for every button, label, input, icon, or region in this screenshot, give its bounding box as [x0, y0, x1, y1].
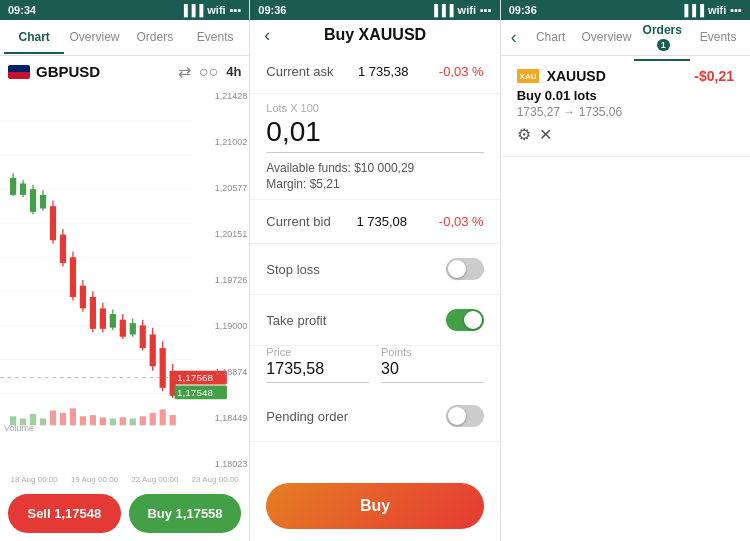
price-labels: 1,21428 1,21002 1,20577 1,20151 1,19726 … — [197, 87, 249, 473]
stop-loss-toggle[interactable] — [446, 258, 484, 280]
gbp-flag — [8, 65, 30, 79]
tab-chart-1[interactable]: Chart — [4, 22, 64, 54]
pending-order-toggle[interactable] — [446, 405, 484, 427]
price-label-3: 1,20577 — [199, 183, 247, 193]
tab-overview-1[interactable]: Overview — [64, 22, 124, 54]
current-bid-label: Current bid — [266, 214, 330, 229]
buy-back-button[interactable]: ‹ — [258, 25, 276, 46]
status-icons-2: ▐▐▐ wifi ▪▪▪ — [430, 4, 491, 16]
timeframe[interactable]: 4h — [226, 64, 241, 79]
chart-bottom-buttons: Sell 1,17548 Buy 1,17558 — [0, 486, 249, 541]
take-profit-label: Take profit — [266, 313, 326, 328]
buy-chart-button[interactable]: Buy 1,17558 — [129, 494, 242, 533]
svg-rect-48 — [60, 413, 66, 425]
stop-loss-label: Stop loss — [266, 262, 319, 277]
current-bid-section: Current bid 1 735,08 -0,03 % — [250, 200, 499, 244]
svg-rect-52 — [100, 417, 106, 425]
tab-chart-3[interactable]: Chart — [523, 22, 579, 54]
pair-name: GBPUSD — [36, 63, 100, 80]
time-3: 09:36 — [509, 4, 537, 16]
price-label-field: Price — [266, 346, 369, 358]
current-bid-value: 1 735,08 — [356, 214, 407, 229]
order-close-button[interactable]: ✕ — [539, 125, 552, 144]
margin-label: Margin: — [266, 177, 306, 191]
date-2: 19 Aug 00:00 — [71, 475, 118, 484]
signal-icon-2: ▐▐▐ — [430, 4, 453, 16]
svg-rect-51 — [90, 415, 96, 425]
stop-loss-row: Stop loss — [266, 252, 483, 286]
lots-label: Lots X 100 — [266, 102, 483, 114]
current-ask-section: Current ask 1 735,38 -0,03 % — [250, 50, 499, 94]
price-label-4: 1,20151 — [199, 229, 247, 239]
tab-events-1[interactable]: Events — [185, 22, 245, 54]
stop-loss-section: Stop loss — [250, 244, 499, 295]
xau-flag: XAU — [517, 69, 539, 83]
battery-icon-2: ▪▪▪ — [480, 4, 492, 16]
svg-rect-47 — [50, 411, 56, 426]
svg-rect-55 — [130, 419, 136, 426]
take-profit-toggle[interactable] — [446, 309, 484, 331]
order-settings-button[interactable]: ⚙ — [517, 125, 531, 144]
order-prices: 1735,27 → 1735.06 — [517, 105, 734, 119]
battery-icon-3: ▪▪▪ — [730, 4, 742, 16]
status-bar-1: 09:34 ▐▐▐ wifi ▪▪▪ — [0, 0, 249, 20]
tab-orders-3[interactable]: Orders 1 — [634, 15, 690, 61]
price-label-8: 1,18449 — [199, 413, 247, 423]
current-ask-value: 1 735,38 — [358, 64, 409, 79]
chart-header: GBPUSD ⇄ ○○ 4h — [0, 56, 249, 87]
margin-info: Margin: $5,21 — [266, 177, 483, 191]
shuffle-icon[interactable]: ⇄ — [178, 62, 191, 81]
pending-order-row: Pending order — [266, 399, 483, 433]
price-label-9: 1,18023 — [199, 459, 247, 469]
order-pair-name: XAUUSD — [547, 68, 606, 84]
status-bar-3: 09:36 ▐▐▐ wifi ▪▪▪ — [501, 0, 750, 20]
buy-title: Buy XAUUSD — [324, 26, 426, 44]
chart-area: 1,17568 1,17548 1,21428 1,21002 1,20577 … — [0, 87, 249, 473]
order-pnl: -$0,21 — [694, 68, 734, 84]
order-item-1: XAU XAUUSD -$0,21 Buy 0.01 lots 1735,27 … — [501, 56, 750, 157]
available-funds-label: Available funds: — [266, 161, 351, 175]
wifi-icon-3: wifi — [708, 4, 726, 16]
current-bid-change: -0,03 % — [439, 214, 484, 229]
svg-rect-46 — [40, 419, 46, 426]
tab-bar-3: ‹ Chart Overview Orders 1 Events — [501, 20, 750, 56]
tab-bar-1: Chart Overview Orders Events — [0, 20, 249, 56]
svg-text:XAU: XAU — [519, 72, 536, 81]
svg-rect-56 — [140, 416, 146, 425]
svg-rect-54 — [120, 417, 126, 425]
tab-events-3[interactable]: Events — [690, 22, 746, 54]
sell-button[interactable]: Sell 1,17548 — [8, 494, 121, 533]
date-4: 23 Aug 00:00 — [192, 475, 239, 484]
orders-back-button[interactable]: ‹ — [505, 27, 523, 48]
take-profit-row: Take profit — [266, 303, 483, 337]
available-funds-value: $10 000,29 — [354, 161, 414, 175]
chart-controls: ⇄ ○○ 4h — [178, 62, 242, 81]
current-ask-row: Current ask 1 735,38 -0,03 % — [266, 58, 483, 85]
svg-rect-50 — [80, 416, 86, 425]
points-value[interactable]: 30 — [381, 360, 484, 378]
volume-label: Volume — [4, 423, 34, 433]
status-icons-1: ▐▐▐ wifi ▪▪▪ — [180, 4, 241, 16]
current-bid-row: Current bid 1 735,08 -0,03 % — [266, 208, 483, 235]
orders-panel: 09:36 ▐▐▐ wifi ▪▪▪ ‹ Chart Overview Orde… — [501, 0, 750, 541]
lots-value[interactable]: 0,01 — [266, 116, 483, 153]
tab-orders-1[interactable]: Orders — [125, 22, 185, 54]
clock-icon: ○○ — [199, 63, 218, 81]
svg-rect-57 — [150, 413, 156, 425]
time-2: 09:36 — [258, 4, 286, 16]
buy-button-container: Buy — [250, 471, 499, 541]
take-profit-section: Take profit — [250, 295, 499, 346]
wifi-icon: wifi — [207, 4, 225, 16]
price-points-row: Price 1735,58 Points 30 — [250, 346, 499, 391]
buy-submit-button[interactable]: Buy — [266, 483, 483, 529]
price-value-field[interactable]: 1735,58 — [266, 360, 369, 378]
order-actions: ⚙ ✕ — [517, 125, 734, 144]
price-label-6: 1,19000 — [199, 321, 247, 331]
signal-icon: ▐▐▐ — [180, 4, 203, 16]
svg-rect-49 — [70, 408, 76, 425]
lots-section: Lots X 100 0,01 Available funds: $10 000… — [250, 94, 499, 200]
price-col: Price 1735,58 — [266, 346, 369, 383]
price-label-7: 1,18874 — [199, 367, 247, 377]
tab-overview-3[interactable]: Overview — [578, 22, 634, 54]
buy-panel-header: ‹ Buy XAUUSD — [250, 20, 499, 50]
